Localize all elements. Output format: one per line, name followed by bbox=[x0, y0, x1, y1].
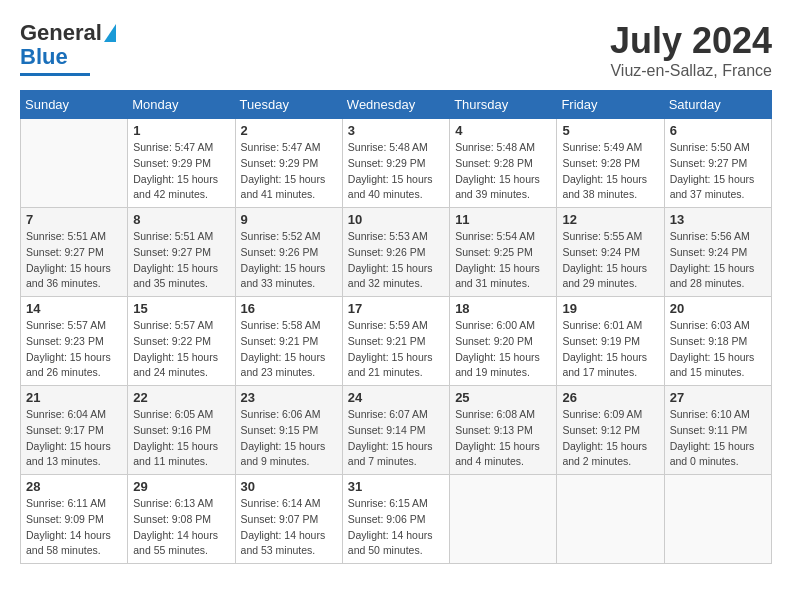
day-info: Sunrise: 5:49 AMSunset: 9:28 PMDaylight:… bbox=[562, 140, 658, 203]
day-info: Sunrise: 5:57 AMSunset: 9:22 PMDaylight:… bbox=[133, 318, 229, 381]
calendar-table: SundayMondayTuesdayWednesdayThursdayFrid… bbox=[20, 90, 772, 564]
day-number: 13 bbox=[670, 212, 766, 227]
day-number: 11 bbox=[455, 212, 551, 227]
month-title: July 2024 bbox=[610, 20, 772, 62]
column-header-tuesday: Tuesday bbox=[235, 91, 342, 119]
day-info: Sunrise: 6:04 AMSunset: 9:17 PMDaylight:… bbox=[26, 407, 122, 470]
logo-underline bbox=[20, 73, 90, 76]
day-info: Sunrise: 5:56 AMSunset: 9:24 PMDaylight:… bbox=[670, 229, 766, 292]
day-info: Sunrise: 6:00 AMSunset: 9:20 PMDaylight:… bbox=[455, 318, 551, 381]
calendar-cell bbox=[450, 475, 557, 564]
logo-text-general: General bbox=[20, 20, 102, 46]
day-info: Sunrise: 6:11 AMSunset: 9:09 PMDaylight:… bbox=[26, 496, 122, 559]
day-number: 20 bbox=[670, 301, 766, 316]
column-header-saturday: Saturday bbox=[664, 91, 771, 119]
day-info: Sunrise: 6:14 AMSunset: 9:07 PMDaylight:… bbox=[241, 496, 337, 559]
page-header: General Blue July 2024 Viuz-en-Sallaz, F… bbox=[20, 20, 772, 80]
calendar-cell: 7Sunrise: 5:51 AMSunset: 9:27 PMDaylight… bbox=[21, 208, 128, 297]
calendar-cell: 29Sunrise: 6:13 AMSunset: 9:08 PMDayligh… bbox=[128, 475, 235, 564]
day-info: Sunrise: 5:54 AMSunset: 9:25 PMDaylight:… bbox=[455, 229, 551, 292]
column-header-friday: Friday bbox=[557, 91, 664, 119]
day-info: Sunrise: 6:01 AMSunset: 9:19 PMDaylight:… bbox=[562, 318, 658, 381]
day-number: 12 bbox=[562, 212, 658, 227]
day-number: 24 bbox=[348, 390, 444, 405]
calendar-cell: 15Sunrise: 5:57 AMSunset: 9:22 PMDayligh… bbox=[128, 297, 235, 386]
calendar-cell: 30Sunrise: 6:14 AMSunset: 9:07 PMDayligh… bbox=[235, 475, 342, 564]
day-number: 8 bbox=[133, 212, 229, 227]
calendar-cell bbox=[557, 475, 664, 564]
day-number: 1 bbox=[133, 123, 229, 138]
day-number: 2 bbox=[241, 123, 337, 138]
calendar-cell: 12Sunrise: 5:55 AMSunset: 9:24 PMDayligh… bbox=[557, 208, 664, 297]
day-number: 21 bbox=[26, 390, 122, 405]
day-info: Sunrise: 6:09 AMSunset: 9:12 PMDaylight:… bbox=[562, 407, 658, 470]
calendar-cell: 27Sunrise: 6:10 AMSunset: 9:11 PMDayligh… bbox=[664, 386, 771, 475]
calendar-week-row: 1Sunrise: 5:47 AMSunset: 9:29 PMDaylight… bbox=[21, 119, 772, 208]
logo-triangle-icon bbox=[104, 24, 116, 42]
day-info: Sunrise: 6:13 AMSunset: 9:08 PMDaylight:… bbox=[133, 496, 229, 559]
calendar-week-row: 28Sunrise: 6:11 AMSunset: 9:09 PMDayligh… bbox=[21, 475, 772, 564]
day-info: Sunrise: 5:51 AMSunset: 9:27 PMDaylight:… bbox=[26, 229, 122, 292]
day-number: 18 bbox=[455, 301, 551, 316]
day-info: Sunrise: 5:59 AMSunset: 9:21 PMDaylight:… bbox=[348, 318, 444, 381]
calendar-week-row: 21Sunrise: 6:04 AMSunset: 9:17 PMDayligh… bbox=[21, 386, 772, 475]
calendar-cell: 9Sunrise: 5:52 AMSunset: 9:26 PMDaylight… bbox=[235, 208, 342, 297]
calendar-cell: 5Sunrise: 5:49 AMSunset: 9:28 PMDaylight… bbox=[557, 119, 664, 208]
day-number: 10 bbox=[348, 212, 444, 227]
calendar-cell: 20Sunrise: 6:03 AMSunset: 9:18 PMDayligh… bbox=[664, 297, 771, 386]
day-number: 30 bbox=[241, 479, 337, 494]
calendar-cell: 10Sunrise: 5:53 AMSunset: 9:26 PMDayligh… bbox=[342, 208, 449, 297]
calendar-header-row: SundayMondayTuesdayWednesdayThursdayFrid… bbox=[21, 91, 772, 119]
calendar-cell: 16Sunrise: 5:58 AMSunset: 9:21 PMDayligh… bbox=[235, 297, 342, 386]
day-number: 14 bbox=[26, 301, 122, 316]
calendar-cell: 18Sunrise: 6:00 AMSunset: 9:20 PMDayligh… bbox=[450, 297, 557, 386]
calendar-cell: 2Sunrise: 5:47 AMSunset: 9:29 PMDaylight… bbox=[235, 119, 342, 208]
day-info: Sunrise: 6:15 AMSunset: 9:06 PMDaylight:… bbox=[348, 496, 444, 559]
day-info: Sunrise: 6:07 AMSunset: 9:14 PMDaylight:… bbox=[348, 407, 444, 470]
calendar-cell: 24Sunrise: 6:07 AMSunset: 9:14 PMDayligh… bbox=[342, 386, 449, 475]
day-number: 15 bbox=[133, 301, 229, 316]
calendar-cell: 23Sunrise: 6:06 AMSunset: 9:15 PMDayligh… bbox=[235, 386, 342, 475]
day-number: 25 bbox=[455, 390, 551, 405]
calendar-cell: 1Sunrise: 5:47 AMSunset: 9:29 PMDaylight… bbox=[128, 119, 235, 208]
day-number: 7 bbox=[26, 212, 122, 227]
day-number: 26 bbox=[562, 390, 658, 405]
day-number: 31 bbox=[348, 479, 444, 494]
day-info: Sunrise: 6:05 AMSunset: 9:16 PMDaylight:… bbox=[133, 407, 229, 470]
calendar-cell: 8Sunrise: 5:51 AMSunset: 9:27 PMDaylight… bbox=[128, 208, 235, 297]
day-number: 5 bbox=[562, 123, 658, 138]
calendar-cell: 31Sunrise: 6:15 AMSunset: 9:06 PMDayligh… bbox=[342, 475, 449, 564]
day-number: 27 bbox=[670, 390, 766, 405]
calendar-cell: 13Sunrise: 5:56 AMSunset: 9:24 PMDayligh… bbox=[664, 208, 771, 297]
calendar-cell bbox=[664, 475, 771, 564]
day-number: 6 bbox=[670, 123, 766, 138]
day-info: Sunrise: 5:47 AMSunset: 9:29 PMDaylight:… bbox=[241, 140, 337, 203]
column-header-monday: Monday bbox=[128, 91, 235, 119]
day-info: Sunrise: 5:47 AMSunset: 9:29 PMDaylight:… bbox=[133, 140, 229, 203]
day-info: Sunrise: 5:53 AMSunset: 9:26 PMDaylight:… bbox=[348, 229, 444, 292]
day-number: 3 bbox=[348, 123, 444, 138]
logo: General Blue bbox=[20, 20, 116, 76]
calendar-cell: 25Sunrise: 6:08 AMSunset: 9:13 PMDayligh… bbox=[450, 386, 557, 475]
day-number: 16 bbox=[241, 301, 337, 316]
column-header-thursday: Thursday bbox=[450, 91, 557, 119]
calendar-cell: 19Sunrise: 6:01 AMSunset: 9:19 PMDayligh… bbox=[557, 297, 664, 386]
day-info: Sunrise: 6:03 AMSunset: 9:18 PMDaylight:… bbox=[670, 318, 766, 381]
day-info: Sunrise: 5:57 AMSunset: 9:23 PMDaylight:… bbox=[26, 318, 122, 381]
calendar-cell: 11Sunrise: 5:54 AMSunset: 9:25 PMDayligh… bbox=[450, 208, 557, 297]
column-header-sunday: Sunday bbox=[21, 91, 128, 119]
calendar-week-row: 14Sunrise: 5:57 AMSunset: 9:23 PMDayligh… bbox=[21, 297, 772, 386]
calendar-cell: 21Sunrise: 6:04 AMSunset: 9:17 PMDayligh… bbox=[21, 386, 128, 475]
day-info: Sunrise: 5:58 AMSunset: 9:21 PMDaylight:… bbox=[241, 318, 337, 381]
day-number: 29 bbox=[133, 479, 229, 494]
day-number: 28 bbox=[26, 479, 122, 494]
day-info: Sunrise: 5:52 AMSunset: 9:26 PMDaylight:… bbox=[241, 229, 337, 292]
day-number: 4 bbox=[455, 123, 551, 138]
day-info: Sunrise: 5:50 AMSunset: 9:27 PMDaylight:… bbox=[670, 140, 766, 203]
calendar-cell: 26Sunrise: 6:09 AMSunset: 9:12 PMDayligh… bbox=[557, 386, 664, 475]
day-info: Sunrise: 5:51 AMSunset: 9:27 PMDaylight:… bbox=[133, 229, 229, 292]
day-info: Sunrise: 5:55 AMSunset: 9:24 PMDaylight:… bbox=[562, 229, 658, 292]
day-number: 9 bbox=[241, 212, 337, 227]
calendar-cell: 6Sunrise: 5:50 AMSunset: 9:27 PMDaylight… bbox=[664, 119, 771, 208]
calendar-cell: 14Sunrise: 5:57 AMSunset: 9:23 PMDayligh… bbox=[21, 297, 128, 386]
